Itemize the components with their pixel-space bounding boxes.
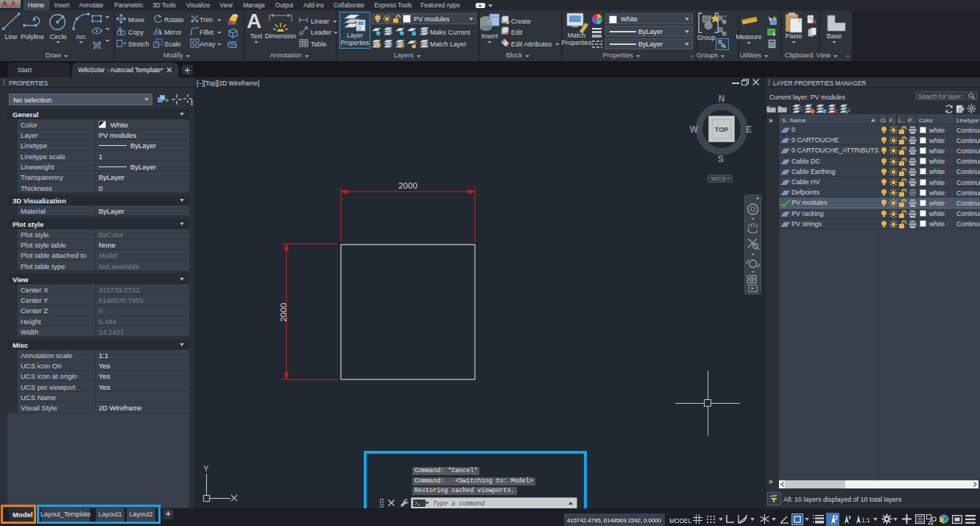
svg-text:2000: 2000 xyxy=(398,181,417,190)
svg-text:2000: 2000 xyxy=(279,303,288,322)
svg-text:Y: Y xyxy=(203,464,209,473)
